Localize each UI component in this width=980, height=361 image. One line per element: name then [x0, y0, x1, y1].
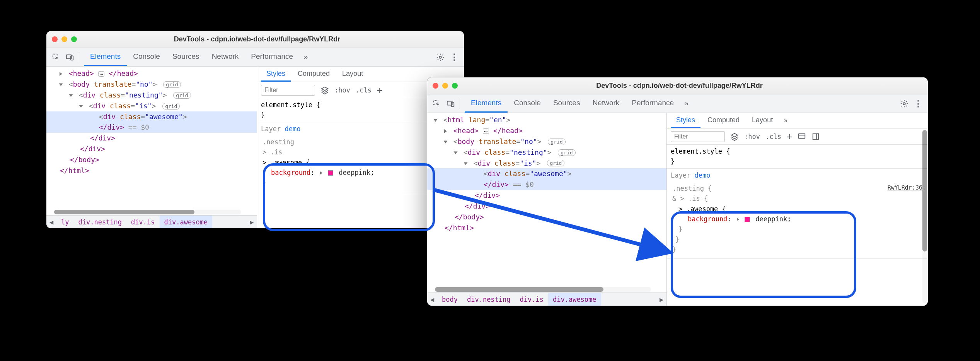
- tab-sources[interactable]: Sources: [547, 94, 586, 113]
- crumb-awesome[interactable]: div.awesome: [160, 216, 213, 228]
- dom-node-nesting-close[interactable]: </div>: [427, 201, 666, 212]
- chevron-right-icon[interactable]: [60, 72, 62, 76]
- dom-node-awesome-close[interactable]: </div> == $0: [46, 122, 257, 133]
- grid-badge[interactable]: grid: [173, 92, 191, 99]
- zoom-icon[interactable]: [452, 83, 458, 89]
- chevron-down-icon[interactable]: [454, 151, 458, 154]
- layers-icon[interactable]: [730, 132, 739, 141]
- kebab-menu-icon[interactable]: ⋮: [448, 51, 461, 64]
- new-rule-button[interactable]: +: [377, 85, 382, 96]
- chevron-right-icon[interactable]: [444, 129, 447, 133]
- dom-node-head[interactable]: <head> ⋯ </head>: [427, 125, 666, 136]
- cls-button[interactable]: .cls: [765, 133, 781, 140]
- layer-header[interactable]: Layer demo: [667, 169, 928, 181]
- kebab-menu-icon[interactable]: ⋮: [912, 97, 925, 110]
- cls-button[interactable]: .cls: [356, 86, 372, 94]
- tab-performance[interactable]: Performance: [625, 94, 680, 113]
- dom-node-nesting[interactable]: <div class="nesting"> grid: [46, 90, 257, 101]
- tab-elements[interactable]: Elements: [84, 48, 127, 66]
- chevron-down-icon[interactable]: [464, 162, 468, 165]
- tab-console[interactable]: Console: [508, 94, 547, 113]
- new-rule-button[interactable]: +: [787, 131, 792, 142]
- dom-node-html[interactable]: <html lang="en">: [427, 115, 666, 125]
- inspect-icon[interactable]: [430, 97, 443, 110]
- dom-node-body[interactable]: <body translate="no"> grid: [46, 79, 257, 90]
- dom-node-head[interactable]: <head> ⋯ </head>: [46, 68, 257, 79]
- chevron-down-icon[interactable]: [69, 94, 73, 97]
- subtab-styles[interactable]: Styles: [261, 67, 291, 82]
- rule-awesome[interactable]: RwYLRdr:36 .nesting { & > .is { > .aweso…: [667, 181, 928, 259]
- layer-name[interactable]: demo: [285, 125, 300, 133]
- dom-node-is[interactable]: <div class="is"> grid: [46, 101, 257, 111]
- tab-network[interactable]: Network: [206, 48, 245, 66]
- settings-icon[interactable]: [898, 97, 911, 110]
- dom-node-is[interactable]: <div class="is"> grid: [427, 158, 666, 169]
- breadcrumb-prev[interactable]: ◀: [427, 296, 437, 303]
- grid-badge[interactable]: grid: [163, 81, 181, 88]
- grid-badge[interactable]: grid: [558, 149, 575, 156]
- subtab-computed[interactable]: Computed: [702, 113, 745, 128]
- dom-node-awesome[interactable]: <div class="awesome">: [46, 111, 257, 122]
- hov-button[interactable]: :hov: [334, 86, 350, 94]
- crumb-awesome[interactable]: div.awesome: [548, 293, 601, 306]
- crumb-is[interactable]: div.is: [126, 216, 159, 228]
- crumb-nesting[interactable]: div.nesting: [462, 293, 515, 306]
- declaration-background[interactable]: background: deeppink;: [672, 214, 922, 224]
- subtab-computed[interactable]: Computed: [292, 67, 335, 82]
- device-toolbar-icon[interactable]: [63, 51, 77, 64]
- dom-node-body[interactable]: <body translate="no"> grid: [427, 136, 666, 147]
- crumb-body[interactable]: body: [437, 293, 462, 306]
- crumb-is[interactable]: div.is: [515, 293, 548, 306]
- chevron-right-icon[interactable]: [320, 171, 322, 175]
- more-tabs[interactable]: »: [300, 53, 312, 61]
- zoom-icon[interactable]: [71, 36, 77, 42]
- dom-node-body-close[interactable]: </body>: [46, 154, 257, 165]
- dom-node-html-close[interactable]: </html>: [427, 222, 666, 233]
- ellipsis-icon[interactable]: ⋯: [483, 128, 489, 134]
- subtab-layout[interactable]: Layout: [337, 67, 368, 82]
- tab-console[interactable]: Console: [127, 48, 166, 66]
- dom-node-nesting[interactable]: <div class="nesting"> grid: [427, 147, 666, 158]
- horizontal-scrollbar[interactable]: [435, 287, 651, 292]
- subtab-styles[interactable]: Styles: [671, 113, 700, 128]
- device-css-icon[interactable]: [798, 132, 806, 141]
- hov-button[interactable]: :hov: [744, 133, 760, 140]
- dom-node-body-close[interactable]: </body>: [427, 212, 666, 222]
- crumb-body[interactable]: ly: [56, 216, 73, 228]
- dom-node-is-close[interactable]: </div>: [46, 133, 257, 144]
- horizontal-scrollbar[interactable]: [54, 210, 241, 214]
- settings-icon[interactable]: [434, 51, 447, 64]
- more-tabs[interactable]: »: [681, 99, 692, 108]
- minimize-icon[interactable]: [442, 83, 448, 89]
- element-style-block[interactable]: element.style { }: [667, 145, 928, 169]
- inspect-icon[interactable]: [49, 51, 63, 64]
- chevron-down-icon[interactable]: [59, 83, 63, 86]
- minimize-icon[interactable]: [61, 36, 67, 42]
- more-subtabs[interactable]: »: [780, 116, 791, 125]
- grid-badge[interactable]: grid: [162, 103, 180, 109]
- chevron-down-icon[interactable]: [434, 119, 438, 122]
- source-link[interactable]: RwYLRdr:36: [888, 183, 922, 192]
- tab-elements[interactable]: Elements: [465, 94, 508, 113]
- dom-node-html-close[interactable]: </html>: [46, 165, 257, 176]
- color-swatch[interactable]: [328, 170, 333, 176]
- chevron-down-icon[interactable]: [444, 140, 448, 143]
- breadcrumb-next[interactable]: ▶: [247, 218, 257, 226]
- dom-node-is-close[interactable]: </div>: [427, 190, 666, 201]
- layers-icon[interactable]: [320, 86, 329, 94]
- dom-node-nesting-close[interactable]: </div>: [46, 144, 257, 154]
- dom-node-awesome-close[interactable]: </div> == $0: [427, 179, 666, 190]
- dom-node-awesome[interactable]: <div class="awesome">: [427, 168, 666, 179]
- close-icon[interactable]: [52, 36, 58, 42]
- chevron-right-icon[interactable]: [737, 218, 739, 221]
- chevron-down-icon[interactable]: [79, 105, 83, 108]
- tab-sources[interactable]: Sources: [166, 48, 206, 66]
- subtab-layout[interactable]: Layout: [747, 113, 778, 128]
- breadcrumb-prev[interactable]: ◀: [46, 218, 56, 226]
- color-swatch[interactable]: [745, 217, 750, 222]
- rendering-icon[interactable]: [811, 132, 820, 141]
- grid-badge[interactable]: grid: [548, 139, 565, 145]
- vertical-scrollbar[interactable]: [922, 130, 927, 303]
- tab-performance[interactable]: Performance: [245, 48, 299, 66]
- close-icon[interactable]: [433, 83, 438, 89]
